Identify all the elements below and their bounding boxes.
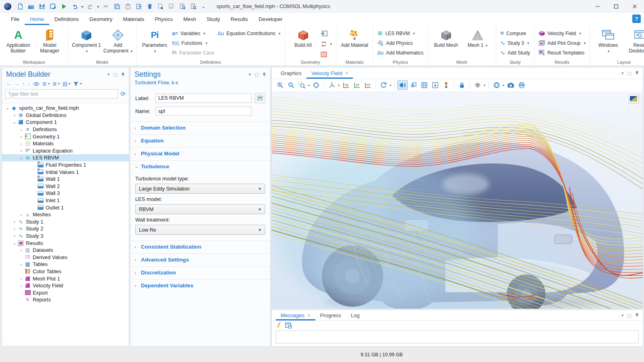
graphics-canvas[interactable] xyxy=(272,91,643,308)
les-model-select[interactable]: RBVM▼ xyxy=(135,204,265,214)
label-input[interactable] xyxy=(155,94,252,103)
run-button[interactable] xyxy=(58,1,69,12)
panel-float-icon[interactable]: ▢ xyxy=(255,72,259,77)
expand-chevron[interactable] xyxy=(18,141,24,146)
redo-caret[interactable]: ▾ xyxy=(96,4,101,9)
panel-pin-icon[interactable] xyxy=(121,72,125,77)
open-file-button[interactable] xyxy=(25,1,36,12)
tab-log[interactable]: Log xyxy=(346,310,365,320)
report-preview-button[interactable] xyxy=(177,1,188,12)
section-discretization[interactable]: Discretization xyxy=(130,266,270,278)
expand-chevron[interactable] xyxy=(18,283,24,288)
plot-data-range-button[interactable] xyxy=(430,80,441,90)
section-domain-selection[interactable]: Domain Selection xyxy=(130,121,270,134)
undo-button[interactable] xyxy=(69,1,80,12)
save-as-button[interactable] xyxy=(47,1,58,12)
expand-chevron[interactable] xyxy=(11,113,17,117)
copy-button[interactable] xyxy=(111,1,122,12)
dropdown-caret[interactable]: ▾ xyxy=(80,82,82,86)
close-button[interactable] xyxy=(625,0,644,13)
add-component-button[interactable]: Add Component ▾ xyxy=(103,27,133,54)
expand-chevron[interactable] xyxy=(11,119,17,125)
3d-scene[interactable] xyxy=(272,91,643,309)
maximize-button[interactable] xyxy=(607,0,625,13)
expand-chevron[interactable] xyxy=(18,212,24,217)
clear-selection-button[interactable] xyxy=(166,1,177,12)
tree-item-tables[interactable]: Tables xyxy=(2,261,129,268)
tree-item-velocity-field[interactable]: Velocity Field xyxy=(2,282,129,289)
tree-item-component-1[interactable]: Component 1 xyxy=(2,119,129,126)
panel-pin-icon[interactable] xyxy=(635,313,639,318)
remove-details-button[interactable] xyxy=(319,50,334,58)
help-button[interactable]: ? xyxy=(632,15,641,23)
panel-float-icon[interactable]: ▢ xyxy=(627,71,631,76)
view-xy-button[interactable]: xy xyxy=(341,80,351,90)
menu-definitions[interactable]: Definitions xyxy=(49,13,84,25)
expand-chevron[interactable] xyxy=(11,233,17,238)
rebuild-geometry-button[interactable]: ▾ xyxy=(319,40,334,48)
close-tab-icon[interactable]: × xyxy=(345,70,348,76)
messages-output[interactable] xyxy=(276,331,639,343)
compute-button[interactable]: Compute xyxy=(499,29,531,37)
expand-chevron[interactable] xyxy=(18,134,24,139)
menu-home[interactable]: Home xyxy=(25,13,49,25)
delete-button[interactable] xyxy=(144,1,155,12)
expand-chevron[interactable] xyxy=(11,226,17,231)
section-turbulence[interactable]: Turbulence xyxy=(130,160,270,172)
add-plot-group-button[interactable]: Add Plot Group▾ xyxy=(537,39,587,47)
view-xz-button[interactable]: xz xyxy=(363,80,373,90)
tree-item-laplace-equation[interactable]: Laplace Equation xyxy=(2,147,129,155)
dropdown-caret[interactable]: ▾ xyxy=(390,84,391,87)
show-grid-button[interactable] xyxy=(419,80,430,90)
result-templates-button[interactable]: Result Templates xyxy=(537,49,587,56)
tree-item-les-rbvm[interactable]: LES RBVM xyxy=(2,154,129,161)
menu-study[interactable]: Study xyxy=(201,13,225,25)
tree-item-study-1[interactable]: Study 1 xyxy=(2,218,129,226)
lock-button[interactable] xyxy=(457,80,467,90)
dropdown-caret[interactable]: ▾ xyxy=(308,84,310,87)
tree-item-wall-3[interactable]: Wall 3 xyxy=(2,190,129,197)
study-3-button[interactable]: Study 3▾ xyxy=(499,39,531,47)
tree-item-fluid-properties-1[interactable]: Fluid Properties 1 xyxy=(2,161,129,169)
build-mesh-button[interactable]: Build Mesh xyxy=(431,27,461,48)
tree-filter-input[interactable] xyxy=(5,89,118,98)
tab-progress[interactable]: Progress xyxy=(315,310,346,320)
back-button[interactable]: ← xyxy=(6,81,11,87)
panel-pin-icon[interactable] xyxy=(635,71,639,75)
expand-chevron[interactable] xyxy=(18,127,24,132)
dropdown-caret[interactable]: ▾ xyxy=(58,82,60,86)
dropdown-caret[interactable]: ▾ xyxy=(503,84,504,87)
expand-chevron[interactable] xyxy=(18,148,24,153)
tab-graphics[interactable]: Graphics xyxy=(276,67,306,79)
functions-button[interactable]: Functions▾ xyxy=(171,39,216,47)
select-box-button[interactable] xyxy=(155,1,166,12)
panel-pin-icon[interactable] xyxy=(262,72,266,77)
duplicate-button[interactable] xyxy=(133,1,144,12)
tree-item-global-definitions[interactable]: Global Definitions xyxy=(2,112,129,119)
show-hide-icon[interactable] xyxy=(33,82,40,86)
tree-item-study-3[interactable]: Study 3 xyxy=(2,232,129,240)
menu-physics[interactable]: Physics xyxy=(149,13,178,25)
panel-menu-caret-icon[interactable]: ▾ xyxy=(621,313,624,318)
expand-chevron[interactable] xyxy=(4,105,10,111)
close-tab-icon[interactable]: × xyxy=(307,312,310,318)
wall-treatment-select[interactable]: Low Re▼ xyxy=(135,225,265,235)
material-rendering-button[interactable] xyxy=(472,80,483,90)
expand-chevron[interactable] xyxy=(18,155,24,160)
tree-item-root[interactable]: sports_car_flow_field.mph xyxy=(2,105,129,112)
menu-geometry[interactable]: Geometry xyxy=(84,13,117,25)
turbulence-model-type-select[interactable]: Large Eddy Simulation▼ xyxy=(135,184,265,194)
view-yz-button[interactable]: yz xyxy=(352,80,362,90)
scene-light-button[interactable] xyxy=(397,80,408,90)
undo-caret[interactable]: ▾ xyxy=(80,4,85,9)
velocity-field-button[interactable]: Velocity Field▾ xyxy=(537,29,587,37)
les-rbvm-button[interactable]: LES RBVM▾ xyxy=(376,29,425,37)
expand-chevron[interactable] xyxy=(11,219,17,224)
menu-materials[interactable]: Materials xyxy=(117,13,149,25)
name-input[interactable] xyxy=(155,107,252,116)
print-button[interactable] xyxy=(516,80,527,90)
redo-button[interactable] xyxy=(85,1,96,12)
section-advanced-settings[interactable]: Advanced Settings xyxy=(130,253,270,266)
section-dependent-variables[interactable]: Dependent Variables xyxy=(130,279,270,291)
zoom-out-button[interactable] xyxy=(286,80,296,90)
